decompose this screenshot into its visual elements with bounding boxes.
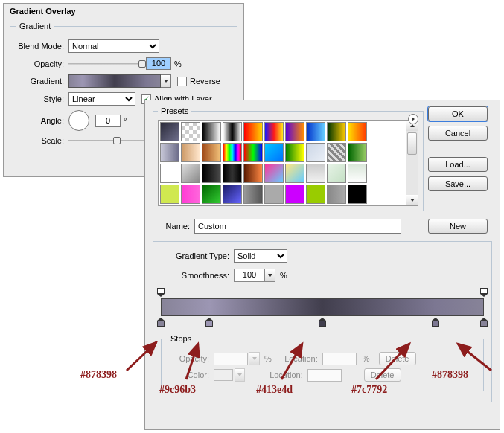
preset-swatch[interactable] [243,122,263,141]
angle-dial[interactable] [68,110,89,131]
preset-swatch[interactable] [327,164,346,183]
gradient-bar-editor[interactable] [161,288,484,330]
color-stop[interactable] [205,318,213,328]
preset-swatch[interactable] [160,164,179,183]
scroll-thumb[interactable] [407,132,417,155]
preset-swatch[interactable] [285,143,304,162]
scale-slider[interactable] [68,135,146,146]
stop-color-label: Color: [168,371,212,379]
preset-swatch[interactable] [306,143,325,162]
annotation-text-4: #7c7792 [351,384,387,396]
opacity-stop[interactable] [480,288,488,297]
preset-swatch[interactable] [348,164,367,183]
stop-opacity-delete-button[interactable]: Delete [379,352,416,365]
gradient-dropdown-button[interactable] [161,74,171,88]
stop-opacity-spinner[interactable] [249,352,260,365]
blend-mode-select[interactable]: Normal [68,39,159,53]
preset-swatch[interactable] [243,164,263,183]
preset-swatch[interactable] [264,143,284,162]
stop-color-location-label: Location: [261,371,306,379]
preset-swatch[interactable] [306,185,325,204]
stop-opacity-label: Opacity: [168,354,212,363]
preset-swatch[interactable] [285,164,304,183]
presets-fieldset: Presets [153,106,424,211]
preset-swatch[interactable] [223,185,242,204]
preset-swatch[interactable] [264,185,284,204]
scroll-down-button[interactable] [406,195,418,205]
opacity-input[interactable]: 100 [146,57,171,70]
preset-swatch[interactable] [202,164,221,183]
preset-swatch[interactable] [327,122,346,141]
stop-color-spinner[interactable] [235,368,245,382]
opacity-slider[interactable] [68,59,146,69]
preset-swatch[interactable] [223,122,242,141]
preset-swatch[interactable] [348,122,367,141]
preset-swatch[interactable] [202,143,221,162]
chevron-down-icon [410,199,415,202]
preset-swatch[interactable] [202,185,221,204]
opacity-stop[interactable] [157,288,165,297]
angle-input[interactable]: 0 [95,115,121,127]
angle-unit: ° [124,116,127,125]
preset-swatch[interactable] [327,185,346,204]
preset-swatch[interactable] [181,185,200,204]
smoothness-label: Smoothness: [161,271,234,280]
gradient-type-select[interactable]: Solid [234,249,287,263]
presets-menu-button[interactable] [408,114,418,124]
preset-swatch[interactable] [243,143,263,162]
preset-swatch[interactable] [202,122,221,141]
preset-swatch[interactable] [223,164,242,183]
preset-swatch[interactable] [264,164,284,183]
preset-swatch[interactable] [160,122,179,141]
preset-swatch[interactable] [327,143,346,162]
preset-swatch[interactable] [264,122,284,141]
preset-swatch[interactable] [243,185,263,204]
annotation-text-2: #9c96b3 [159,384,196,396]
smoothness-spinner[interactable] [265,269,275,282]
color-stop[interactable] [319,318,326,328]
preset-swatch[interactable] [160,185,179,204]
cancel-button[interactable]: Cancel [428,126,488,141]
preset-swatch[interactable] [285,122,304,141]
gradient-type-label: Gradient Type: [161,251,234,260]
color-stop[interactable] [157,318,165,328]
save-button[interactable]: Save... [428,176,488,191]
preset-swatch[interactable] [306,122,325,141]
gradient-swatch[interactable] [68,74,161,88]
smoothness-unit: % [280,271,287,280]
preset-swatch[interactable] [306,164,325,183]
preset-swatch[interactable] [181,122,200,141]
chevron-up-icon [410,124,415,127]
pct-label: % [264,354,272,363]
new-button[interactable]: New [428,219,488,234]
stop-color-swatch[interactable] [214,369,233,381]
stop-location-label: Location: [276,354,321,363]
pct-label-2: % [363,354,370,363]
gradient-bar[interactable] [161,298,484,316]
preset-swatch[interactable] [160,143,179,162]
chevron-down-icon [252,357,257,360]
preset-swatch[interactable] [181,164,200,183]
color-stop[interactable] [432,318,439,328]
stop-location-input[interactable] [322,353,357,365]
ok-button[interactable]: OK [428,106,488,121]
preset-swatch[interactable] [348,143,367,162]
preset-swatch[interactable] [285,185,304,204]
gradient-legend: Gradient [16,22,54,31]
preset-swatch[interactable] [348,185,367,204]
load-button[interactable]: Load... [428,157,488,172]
preset-scrollbar[interactable] [406,120,418,206]
chevron-down-icon [237,373,242,376]
preset-swatch[interactable] [223,143,242,162]
stop-color-location-input[interactable] [307,369,342,382]
color-stop[interactable] [480,318,488,328]
preset-grid[interactable] [158,120,406,206]
style-select[interactable]: Linear [68,92,135,106]
preset-swatch[interactable] [181,143,200,162]
smoothness-input[interactable]: 100 [234,269,265,282]
reverse-checkbox[interactable] [177,77,187,86]
blend-mode-label: Blend Mode: [16,42,68,51]
stop-color-delete-button[interactable]: Delete [364,368,401,382]
stop-opacity-input[interactable] [214,353,248,365]
name-input[interactable] [194,219,401,234]
